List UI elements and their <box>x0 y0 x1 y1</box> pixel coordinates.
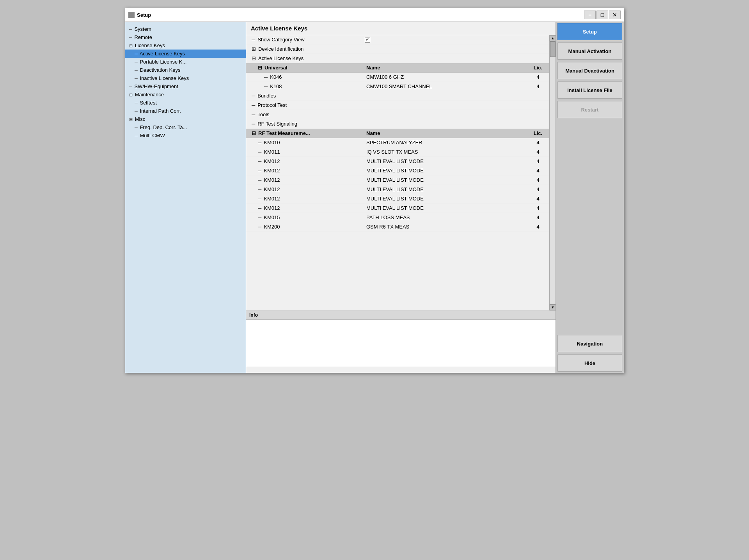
row-km012f: ─ KM012 MULTI EVAL LIST MODE 4 <box>246 204 549 213</box>
center-panel: Active License Keys ─ Show Category View <box>246 22 556 373</box>
col-name-k046: CMW100 6 GHZ <box>365 74 528 80</box>
setup-button[interactable]: Setup <box>557 23 622 40</box>
sidebar-item-deactivation-keys[interactable]: ─ Deactivation Keys <box>125 66 246 74</box>
sidebar-item-freq-dep[interactable]: ─ Freq. Dep. Corr. Ta... <box>125 123 246 131</box>
sidebar-item-remote[interactable]: ─ Remote <box>125 33 246 41</box>
row-label: ─ KM012 <box>248 205 365 211</box>
sidebar-item-system[interactable]: ─ System <box>125 25 246 33</box>
sidebar-item-active-license-keys[interactable]: ─ Active License Keys <box>125 50 246 58</box>
dash-icon: ─ <box>135 68 138 73</box>
row-label: ─ KM010 <box>248 140 365 145</box>
row-label: ─ KM015 <box>248 214 365 220</box>
navigation-button[interactable]: Navigation <box>557 335 622 352</box>
col-lic-km012e: 4 <box>528 196 548 202</box>
row-text: Show Category View <box>257 37 304 43</box>
sidebar-item-selftest[interactable]: ─ Selftest <box>125 99 246 107</box>
sidebar-item-multi-cmw[interactable]: ─ Multi-CMW <box>125 131 246 140</box>
setup-window: Setup − □ ✕ ─ System ─ Remote ⊟ License … <box>125 8 624 373</box>
col-lic-k046: 4 <box>528 74 548 80</box>
dash-icon: ─ <box>135 109 138 113</box>
sidebar-item-misc[interactable]: ⊟ Misc <box>125 115 246 123</box>
col-lic-km012d: 4 <box>528 186 548 192</box>
close-button[interactable]: ✕ <box>609 11 621 19</box>
sidebar-item-portable-license[interactable]: ─ Portable License K... <box>125 58 246 66</box>
sidebar-item-label: SW/HW-Equipment <box>134 83 178 89</box>
row-label: ─ Bundles <box>248 93 365 99</box>
row-label: ─ KM012 <box>248 196 365 202</box>
scroll-down-button[interactable]: ▼ <box>550 304 556 310</box>
row-label: ⊟ RF Test Measureme... <box>248 130 365 136</box>
row-text: K046 <box>270 74 282 80</box>
expand-icon: ⊟ <box>252 55 256 61</box>
sidebar-item-maintenance[interactable]: ⊟ Maintenance <box>125 90 246 99</box>
row-label: ─ KM012 <box>248 158 365 164</box>
show-category-checkbox[interactable] <box>365 37 370 43</box>
col-lic-km012a: 4 <box>528 158 548 164</box>
install-license-file-button[interactable]: Install License File <box>557 82 622 99</box>
col-lic-km015: 4 <box>528 214 548 220</box>
maximize-button[interactable]: □ <box>596 11 608 19</box>
title-bar: Setup − □ ✕ <box>125 8 624 22</box>
col-name-km012a: MULTI EVAL LIST MODE <box>365 158 528 164</box>
col-lic-km012f: 4 <box>528 205 548 211</box>
row-text: RF Test Signaling <box>257 121 297 127</box>
col-name-km012d: MULTI EVAL LIST MODE <box>365 186 528 192</box>
sidebar-item-swhw[interactable]: ─ SW/HW-Equipment <box>125 82 246 90</box>
sidebar-item-internal-path[interactable]: ─ Internal Path Corr. <box>125 107 246 115</box>
col-name-km200: GSM R6 TX MEAS <box>365 224 528 230</box>
col-name-km011: IQ VS SLOT TX MEAS <box>365 149 528 155</box>
scrollbar-thumb[interactable] <box>550 41 556 57</box>
row-text: KM010 <box>264 140 280 145</box>
info-header: Info <box>246 311 556 320</box>
row-text: KM012 <box>264 196 280 202</box>
row-text: Bundles <box>257 93 276 99</box>
dash-icon: ─ <box>135 60 138 64</box>
row-label: ─ Protocol Test <box>248 102 365 108</box>
row-km012a: ─ KM012 MULTI EVAL LIST MODE 4 <box>246 157 549 166</box>
dash-icon: ─ <box>258 196 261 202</box>
row-text: KM012 <box>264 177 280 183</box>
col-name-header: Name <box>365 65 528 71</box>
row-show-category: ─ Show Category View <box>246 35 549 44</box>
hide-button[interactable]: Hide <box>557 354 622 372</box>
row-km015: ─ KM015 PATH LOSS MEAS 4 <box>246 213 549 222</box>
dash-icon: ─ <box>258 205 261 211</box>
manual-deactivation-button[interactable]: Manual Deactivation <box>557 62 622 79</box>
row-km200: ─ KM200 GSM R6 TX MEAS 4 <box>246 222 549 232</box>
scroll-up-button[interactable]: ▲ <box>550 35 556 41</box>
expand-icon: ⊟ <box>129 117 133 122</box>
dash-icon: ─ <box>135 76 138 81</box>
row-label: ⊟ Universal <box>248 65 365 71</box>
col-lic-k108: 4 <box>528 83 548 89</box>
row-active-license-keys-node: ⊟ Active License Keys <box>246 54 549 63</box>
col-lic-km012c: 4 <box>528 177 548 183</box>
row-text: Active License Keys <box>258 55 304 61</box>
row-text: K108 <box>270 83 282 89</box>
sidebar-item-label: System <box>134 26 151 32</box>
scrollbar[interactable]: ▲ ▼ <box>549 35 556 310</box>
sidebar-item-label: Internal Path Corr. <box>140 108 181 114</box>
scrollbar-track[interactable] <box>550 41 556 304</box>
sidebar: ─ System ─ Remote ⊟ License Keys ─ Activ… <box>125 22 246 373</box>
manual-activation-button[interactable]: Manual Activation <box>557 43 622 60</box>
row-text: KM200 <box>264 224 280 230</box>
sidebar-item-label: Portable License K... <box>140 59 186 65</box>
minimize-button[interactable]: − <box>584 11 596 19</box>
sidebar-item-inactive-license[interactable]: ─ Inactive License Keys <box>125 74 246 82</box>
expand-collapsed-icon: ⊞ <box>252 46 256 52</box>
dash-icon: ─ <box>135 125 138 130</box>
row-km010: ─ KM010 SPECTRUM ANALYZER 4 <box>246 138 549 147</box>
dash-icon: ─ <box>258 214 261 220</box>
row-text: Universal <box>264 65 288 71</box>
row-k046: ─ K046 CMW100 6 GHZ 4 <box>246 73 549 82</box>
row-text: RF Test Measureme... <box>258 130 310 136</box>
row-label: ─ KM011 <box>248 149 365 155</box>
row-text: Protocol Test <box>257 102 287 108</box>
sidebar-item-license-keys[interactable]: ⊟ License Keys <box>125 41 246 50</box>
dash-icon: ─ <box>258 149 261 155</box>
restart-button[interactable]: Restart <box>557 101 622 118</box>
dash-icon: ─ <box>252 112 255 117</box>
col-lic-km200: 4 <box>528 224 548 230</box>
row-k108: ─ K108 CMW100 SMART CHANNEL 4 <box>246 82 549 91</box>
info-panel: Info <box>246 310 556 373</box>
